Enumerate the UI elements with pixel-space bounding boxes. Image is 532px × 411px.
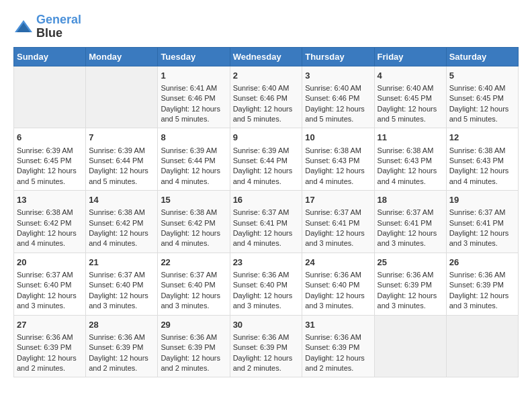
- day-header: Monday: [86, 47, 158, 66]
- sunrise-text: Sunrise: 6:36 AM: [378, 271, 434, 279]
- sunset-text: Sunset: 6:44 PM: [89, 156, 143, 165]
- sunset-text: Sunset: 6:40 PM: [17, 281, 71, 289]
- calendar-cell: 3Sunrise: 6:40 AMSunset: 6:46 PMDaylight…: [302, 66, 374, 128]
- calendar-cell: 21Sunrise: 6:37 AMSunset: 6:40 PMDayligh…: [86, 253, 158, 315]
- daylight-text: Daylight: 12 hours and 5 minutes.: [161, 105, 220, 123]
- daylight-text: Daylight: 12 hours and 5 minutes.: [89, 167, 148, 185]
- calendar-cell: 7Sunrise: 6:39 AMSunset: 6:44 PMDaylight…: [86, 128, 158, 191]
- day-header: Saturday: [446, 47, 518, 66]
- day-number: 8: [161, 132, 226, 144]
- day-number: 21: [89, 257, 154, 269]
- sunset-text: Sunset: 6:41 PM: [233, 219, 287, 227]
- calendar-cell: 12Sunrise: 6:38 AMSunset: 6:43 PMDayligh…: [446, 128, 518, 191]
- calendar-cell: 30Sunrise: 6:36 AMSunset: 6:39 PMDayligh…: [230, 315, 302, 377]
- calendar-cell: 16Sunrise: 6:37 AMSunset: 6:41 PMDayligh…: [230, 191, 302, 253]
- sunset-text: Sunset: 6:45 PM: [449, 94, 504, 102]
- day-number: 11: [378, 132, 443, 144]
- daylight-text: Daylight: 12 hours and 3 minutes.: [449, 229, 509, 247]
- sunset-text: Sunset: 6:44 PM: [233, 156, 287, 165]
- calendar-cell: [14, 66, 86, 128]
- sunrise-text: Sunrise: 6:40 AM: [378, 84, 434, 92]
- day-number: 16: [233, 194, 300, 206]
- daylight-text: Daylight: 12 hours and 2 minutes.: [17, 354, 77, 372]
- day-number: 7: [89, 132, 154, 144]
- sunrise-text: Sunrise: 6:37 AM: [305, 208, 361, 216]
- calendar-cell: 22Sunrise: 6:37 AMSunset: 6:40 PMDayligh…: [158, 253, 230, 315]
- day-number: 22: [161, 257, 226, 269]
- sunrise-text: Sunrise: 6:37 AM: [89, 271, 145, 279]
- sunset-text: Sunset: 6:41 PM: [305, 219, 359, 227]
- day-number: 14: [89, 194, 154, 206]
- daylight-text: Daylight: 12 hours and 5 minutes.: [233, 105, 293, 123]
- day-number: 25: [378, 257, 443, 269]
- day-number: 24: [305, 257, 371, 269]
- calendar-cell: 31Sunrise: 6:36 AMSunset: 6:39 PMDayligh…: [302, 315, 374, 377]
- calendar-cell: 19Sunrise: 6:37 AMSunset: 6:41 PMDayligh…: [446, 191, 518, 253]
- daylight-text: Daylight: 12 hours and 2 minutes.: [233, 354, 293, 372]
- day-number: 6: [17, 132, 83, 144]
- sunset-text: Sunset: 6:40 PM: [305, 281, 359, 289]
- sunset-text: Sunset: 6:39 PM: [378, 281, 432, 289]
- day-number: 29: [161, 319, 226, 331]
- calendar-cell: 25Sunrise: 6:36 AMSunset: 6:39 PMDayligh…: [374, 253, 446, 315]
- daylight-text: Daylight: 12 hours and 4 minutes.: [17, 229, 77, 247]
- daylight-text: Daylight: 12 hours and 5 minutes.: [378, 105, 437, 123]
- sunset-text: Sunset: 6:41 PM: [449, 219, 504, 227]
- daylight-text: Daylight: 12 hours and 3 minutes.: [378, 229, 437, 247]
- sunset-text: Sunset: 6:45 PM: [378, 94, 432, 102]
- calendar-cell: 1Sunrise: 6:41 AMSunset: 6:46 PMDaylight…: [158, 66, 230, 128]
- daylight-text: Daylight: 12 hours and 4 minutes.: [378, 167, 437, 185]
- sunset-text: Sunset: 6:46 PM: [233, 94, 287, 102]
- calendar-cell: 20Sunrise: 6:37 AMSunset: 6:40 PMDayligh…: [14, 253, 86, 315]
- sunrise-text: Sunrise: 6:38 AM: [161, 208, 217, 216]
- calendar-cell: 4Sunrise: 6:40 AMSunset: 6:45 PMDaylight…: [374, 66, 446, 128]
- daylight-text: Daylight: 12 hours and 5 minutes.: [305, 105, 365, 123]
- day-header: Wednesday: [230, 47, 302, 66]
- logo-icon: [13, 19, 34, 35]
- sunset-text: Sunset: 6:42 PM: [89, 219, 143, 227]
- calendar-cell: 2Sunrise: 6:40 AMSunset: 6:46 PMDaylight…: [230, 66, 302, 128]
- sunset-text: Sunset: 6:39 PM: [17, 343, 71, 351]
- sunset-text: Sunset: 6:39 PM: [305, 343, 359, 351]
- sunset-text: Sunset: 6:45 PM: [17, 156, 71, 165]
- day-number: 1: [161, 70, 226, 82]
- daylight-text: Daylight: 12 hours and 3 minutes.: [161, 291, 220, 310]
- daylight-text: Daylight: 12 hours and 5 minutes.: [17, 167, 77, 185]
- sunset-text: Sunset: 6:46 PM: [161, 94, 215, 102]
- day-number: 28: [89, 319, 154, 331]
- page-header: GeneralBlue: [13, 13, 519, 40]
- calendar-cell: 9Sunrise: 6:39 AMSunset: 6:44 PMDaylight…: [230, 128, 302, 191]
- sunset-text: Sunset: 6:40 PM: [233, 281, 287, 289]
- calendar-header: SundayMondayTuesdayWednesdayThursdayFrid…: [14, 47, 519, 66]
- calendar-table: SundayMondayTuesdayWednesdayThursdayFrid…: [13, 47, 519, 378]
- daylight-text: Daylight: 12 hours and 2 minutes.: [89, 354, 148, 372]
- sunset-text: Sunset: 6:39 PM: [89, 343, 143, 351]
- calendar-cell: [446, 315, 518, 377]
- calendar-cell: 10Sunrise: 6:38 AMSunset: 6:43 PMDayligh…: [302, 128, 374, 191]
- daylight-text: Daylight: 12 hours and 3 minutes.: [17, 291, 77, 310]
- calendar-cell: 13Sunrise: 6:38 AMSunset: 6:42 PMDayligh…: [14, 191, 86, 253]
- sunrise-text: Sunrise: 6:36 AM: [233, 333, 290, 341]
- daylight-text: Daylight: 12 hours and 3 minutes.: [449, 291, 509, 310]
- daylight-text: Daylight: 12 hours and 4 minutes.: [233, 167, 293, 185]
- calendar-cell: [374, 315, 446, 377]
- day-number: 13: [17, 194, 83, 206]
- calendar-week-row: 13Sunrise: 6:38 AMSunset: 6:42 PMDayligh…: [14, 191, 519, 253]
- sunrise-text: Sunrise: 6:37 AM: [378, 208, 434, 216]
- calendar-cell: 26Sunrise: 6:36 AMSunset: 6:39 PMDayligh…: [446, 253, 518, 315]
- calendar-cell: 17Sunrise: 6:37 AMSunset: 6:41 PMDayligh…: [302, 191, 374, 253]
- sunrise-text: Sunrise: 6:36 AM: [305, 333, 361, 341]
- day-number: 2: [233, 70, 300, 82]
- sunrise-text: Sunrise: 6:39 AM: [233, 146, 290, 154]
- day-number: 30: [233, 319, 300, 331]
- calendar-week-row: 6Sunrise: 6:39 AMSunset: 6:45 PMDaylight…: [14, 128, 519, 191]
- calendar-cell: 15Sunrise: 6:38 AMSunset: 6:42 PMDayligh…: [158, 191, 230, 253]
- sunset-text: Sunset: 6:40 PM: [161, 281, 215, 289]
- day-number: 19: [449, 194, 515, 206]
- day-header: Friday: [374, 47, 446, 66]
- sunset-text: Sunset: 6:42 PM: [17, 219, 71, 227]
- sunset-text: Sunset: 6:39 PM: [161, 343, 215, 351]
- daylight-text: Daylight: 12 hours and 3 minutes.: [89, 291, 148, 310]
- sunrise-text: Sunrise: 6:36 AM: [17, 333, 73, 341]
- sunrise-text: Sunrise: 6:39 AM: [17, 146, 73, 154]
